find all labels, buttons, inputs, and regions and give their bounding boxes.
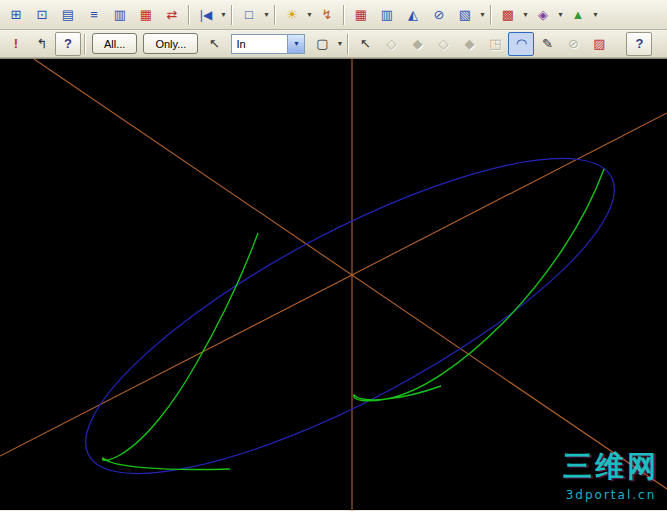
selection-toolbar: ! ↰ ? All... Only... ↖ In ▼ ▢ ▼ ↖ ◇ ◆ ◇ …: [0, 30, 667, 58]
toolbar-separator: [274, 5, 276, 25]
terrain-icon[interactable]: ▲: [565, 3, 591, 27]
axis-diagonal-line-1[interactable]: [34, 59, 667, 489]
apply-attributes-icon[interactable]: ↰: [29, 32, 55, 56]
dropdown-caret-icon[interactable]: ▼: [335, 33, 344, 55]
spline-curve-left[interactable]: [103, 233, 258, 470]
no-entry-icon[interactable]: ⊘: [560, 32, 586, 56]
window-control-icon[interactable]: |◀: [193, 3, 219, 27]
main-toolbar: ⊞ ⊡ ▤ ≡ ▥ ▦ ⇄ |◀ ▼ □ ▼ ☀ ▼ ↯ ▦ ▥ ◭ ⊘ ▧ ▼…: [0, 0, 667, 30]
tile-windows-icon[interactable]: □: [236, 3, 262, 27]
toolbar-separator: [343, 5, 345, 25]
dropdown-caret-icon[interactable]: ▼: [591, 4, 600, 26]
toolbar-separator: [84, 34, 86, 54]
polygon-mode-icon[interactable]: ◆: [456, 32, 482, 56]
color-table-icon[interactable]: ▦: [348, 3, 374, 27]
toolbar-separator: [347, 34, 349, 54]
render-icon[interactable]: ◭: [400, 3, 426, 27]
all-button[interactable]: All...: [92, 33, 137, 54]
dropdown-caret-icon[interactable]: ▼: [521, 4, 530, 26]
clip-volume-icon[interactable]: ⊘: [426, 3, 452, 27]
pen-icon[interactable]: ✎: [534, 32, 560, 56]
drawing-viewport[interactable]: 三维网 3dportal.cn: [0, 58, 667, 510]
level-manager-icon[interactable]: ≡: [81, 3, 107, 27]
toolbar-separator: [188, 5, 190, 25]
lights-icon[interactable]: ☀: [279, 3, 305, 27]
smooth-arc-icon[interactable]: ◠: [508, 32, 534, 56]
dropdown-caret-icon[interactable]: ▼: [305, 4, 314, 26]
pattern-icon[interactable]: ◈: [530, 3, 556, 27]
level-display-icon[interactable]: ▥: [107, 3, 133, 27]
key-in-icon[interactable]: ⇄: [159, 3, 185, 27]
ellipse-element[interactable]: [49, 103, 651, 511]
warning-icon[interactable]: !: [3, 32, 29, 56]
polygon-mode-icon[interactable]: ◆: [404, 32, 430, 56]
toolbar-separator: [490, 5, 492, 25]
sheet-model-icon[interactable]: ▧: [452, 3, 478, 27]
attributes-swatch-icon[interactable]: ▨: [586, 32, 612, 56]
dropdown-caret-icon[interactable]: ▼: [556, 4, 565, 26]
cell-library-icon[interactable]: ▦: [133, 3, 159, 27]
cube-icon[interactable]: ◳: [482, 32, 508, 56]
dropdown-caret-icon[interactable]: ▼: [262, 4, 271, 26]
dropdown-caret-icon[interactable]: ▼: [219, 4, 228, 26]
pick-pointer-icon[interactable]: ↖: [201, 32, 227, 56]
drawing-canvas[interactable]: [0, 59, 667, 511]
element-selection-icon[interactable]: ↖: [352, 32, 378, 56]
dropdown-caret-icon[interactable]: ▼: [478, 4, 487, 26]
in-combobox-value: In: [232, 38, 287, 50]
polygon-mode-icon[interactable]: ◇: [430, 32, 456, 56]
help-icon[interactable]: ?: [626, 32, 652, 56]
references-icon[interactable]: ⊡: [29, 3, 55, 27]
marquee-select-icon[interactable]: ▢: [309, 32, 335, 56]
adjust-icon[interactable]: ↯: [314, 3, 340, 27]
only-button[interactable]: Only...: [143, 33, 198, 54]
help-icon[interactable]: ?: [55, 32, 81, 56]
models-icon[interactable]: ⊞: [3, 3, 29, 27]
combobox-arrow-icon[interactable]: ▼: [287, 35, 304, 53]
in-combobox[interactable]: In ▼: [231, 34, 305, 54]
toolbar-separator: [231, 5, 233, 25]
raster-manager-icon[interactable]: ▤: [55, 3, 81, 27]
reference-levels-icon[interactable]: ▥: [374, 3, 400, 27]
palette-icon[interactable]: ▩: [495, 3, 521, 27]
polygon-mode-icon[interactable]: ◇: [378, 32, 404, 56]
